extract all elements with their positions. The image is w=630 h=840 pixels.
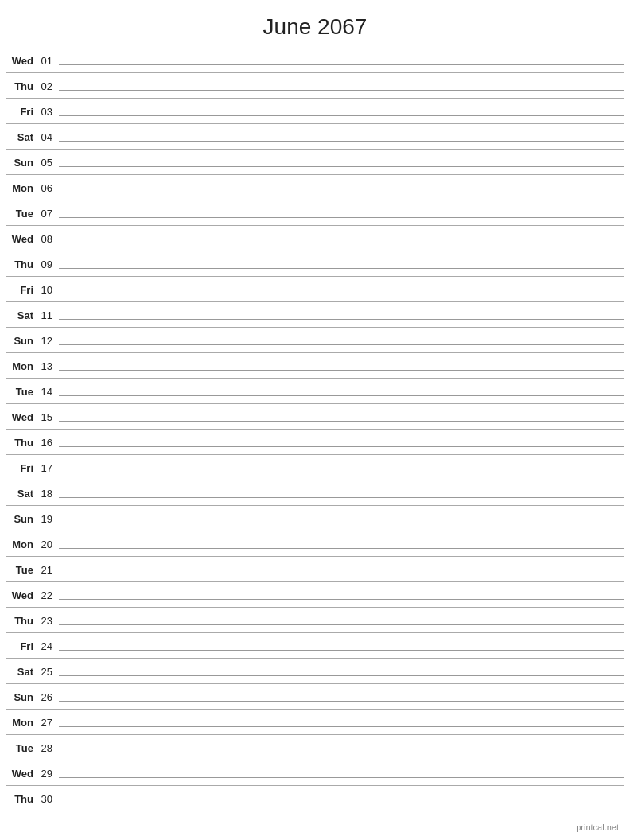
day-name: Wed — [6, 768, 37, 780]
day-name: Mon — [6, 539, 37, 550]
day-row: Sun26 — [6, 684, 624, 710]
day-name: Thu — [6, 437, 37, 449]
day-name: Sun — [6, 157, 37, 169]
day-line — [59, 752, 624, 752]
day-row: Sun19 — [6, 506, 624, 531]
day-row: Sat25 — [6, 659, 624, 684]
day-name: Tue — [6, 386, 37, 398]
day-name: Tue — [6, 564, 37, 576]
day-line — [59, 523, 624, 523]
day-number: 21 — [37, 564, 59, 576]
day-line — [59, 650, 624, 651]
day-line — [59, 192, 624, 192]
day-number: 27 — [37, 717, 59, 729]
day-number: 16 — [37, 437, 59, 449]
day-row: Mon13 — [6, 353, 624, 379]
day-row: Wed15 — [6, 404, 624, 430]
day-name: Fri — [6, 640, 37, 652]
day-line — [59, 64, 624, 65]
day-number: 24 — [37, 640, 59, 652]
day-line — [59, 803, 624, 803]
day-name: Wed — [6, 233, 37, 245]
day-name: Fri — [6, 106, 37, 118]
day-name: Mon — [6, 717, 37, 729]
day-row: Fri17 — [6, 455, 624, 480]
day-name: Mon — [6, 182, 37, 194]
day-number: 09 — [37, 259, 59, 270]
day-row: Sun05 — [6, 150, 624, 175]
day-row: Fri10 — [6, 277, 624, 302]
day-row: Tue07 — [6, 200, 624, 226]
day-row: Sun12 — [6, 328, 624, 353]
day-line — [59, 599, 624, 600]
day-row: Fri03 — [6, 99, 624, 124]
day-row: Wed08 — [6, 226, 624, 251]
day-line — [59, 141, 624, 142]
day-line — [59, 675, 624, 676]
day-number: 29 — [37, 768, 59, 780]
day-number: 02 — [37, 80, 59, 92]
day-row: Thu02 — [6, 73, 624, 99]
day-name: Thu — [6, 259, 37, 270]
day-number: 11 — [37, 309, 59, 321]
day-line — [59, 726, 624, 727]
day-number: 30 — [37, 793, 59, 805]
day-number: 15 — [37, 411, 59, 423]
day-row: Tue28 — [6, 735, 624, 760]
day-line — [59, 446, 624, 447]
day-row: Tue21 — [6, 557, 624, 582]
day-row: Thu16 — [6, 430, 624, 455]
day-number: 13 — [37, 360, 59, 372]
day-line — [59, 701, 624, 702]
day-name: Sat — [6, 666, 37, 678]
day-line — [59, 624, 624, 625]
day-row: Tue14 — [6, 379, 624, 404]
day-name: Mon — [6, 360, 37, 372]
day-line — [59, 166, 624, 167]
day-number: 20 — [37, 539, 59, 550]
day-number: 03 — [37, 106, 59, 118]
day-line — [59, 90, 624, 91]
day-line — [59, 548, 624, 549]
day-line — [59, 268, 624, 269]
day-name: Sat — [6, 488, 37, 500]
day-row: Wed29 — [6, 760, 624, 786]
day-row: Sat18 — [6, 480, 624, 506]
day-row: Fri24 — [6, 633, 624, 659]
day-name: Sat — [6, 309, 37, 321]
day-number: 01 — [37, 55, 59, 67]
day-line — [59, 574, 624, 574]
day-row: Sat11 — [6, 302, 624, 328]
day-row: Wed22 — [6, 582, 624, 608]
day-name: Wed — [6, 589, 37, 601]
day-name: Wed — [6, 55, 37, 67]
day-number: 08 — [37, 233, 59, 245]
day-name: Wed — [6, 411, 37, 423]
day-number: 06 — [37, 182, 59, 194]
day-line — [59, 319, 624, 320]
day-number: 25 — [37, 666, 59, 678]
day-line — [59, 294, 624, 294]
day-row: Thu23 — [6, 608, 624, 633]
day-row: Sat04 — [6, 124, 624, 150]
day-row: Thu30 — [6, 786, 624, 811]
day-name: Sun — [6, 513, 37, 525]
day-number: 18 — [37, 488, 59, 500]
calendar-grid: Wed01Thu02Fri03Sat04Sun05Mon06Tue07Wed08… — [0, 48, 630, 811]
day-name: Fri — [6, 462, 37, 474]
day-line — [59, 243, 624, 243]
day-number: 05 — [37, 157, 59, 169]
day-line — [59, 421, 624, 422]
day-row: Mon27 — [6, 710, 624, 735]
day-name: Thu — [6, 80, 37, 92]
day-line — [59, 777, 624, 778]
day-line — [59, 395, 624, 396]
day-number: 22 — [37, 589, 59, 601]
day-name: Thu — [6, 615, 37, 627]
day-number: 26 — [37, 691, 59, 703]
footer-text: printcal.net — [576, 822, 619, 832]
day-row: Thu09 — [6, 251, 624, 277]
day-row: Wed01 — [6, 48, 624, 73]
day-name: Sun — [6, 691, 37, 703]
day-line — [59, 370, 624, 371]
